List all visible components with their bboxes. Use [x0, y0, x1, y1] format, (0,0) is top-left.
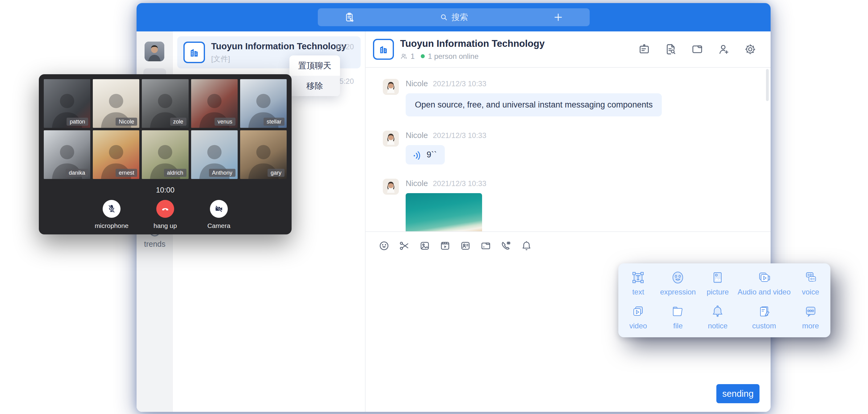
participant-tile[interactable]: gary — [240, 130, 287, 179]
participant-tile[interactable]: venus — [191, 79, 238, 128]
contact-card-icon[interactable] — [460, 240, 471, 251]
notice-bell-icon — [711, 304, 725, 319]
participant-tile[interactable]: Nicole — [93, 79, 139, 128]
participant-tile[interactable]: ernest — [93, 130, 139, 179]
camera-label: Camera — [208, 222, 230, 229]
feature-label: more — [802, 322, 819, 330]
participant-tile[interactable]: stellar — [240, 79, 287, 128]
call-controls: microphone hang up — [44, 200, 287, 229]
add-button[interactable] — [553, 12, 563, 22]
video-clip-icon[interactable] — [439, 240, 451, 251]
conversation-name: Tuoyun Information Technology — [211, 41, 346, 52]
online-dot — [421, 54, 425, 58]
feature-audio-video[interactable]: Audio and video — [738, 270, 790, 296]
notification-bell-icon[interactable] — [521, 240, 532, 251]
message-image: Nicole 2021/12/3 10:33 — [383, 179, 771, 231]
feature-label: video — [629, 322, 647, 330]
participant-tile[interactable]: zole — [142, 79, 188, 128]
feature-voice[interactable]: voice — [790, 270, 830, 296]
feature-file[interactable]: file — [658, 304, 698, 330]
search-input[interactable]: 搜索 — [440, 12, 468, 23]
message-voice: Nicole 2021/12/3 10:33 9`` — [383, 131, 771, 164]
sender-avatar[interactable] — [383, 131, 399, 147]
text-frame-icon — [631, 270, 645, 285]
chat-group-avatar — [373, 39, 394, 60]
message-time: 2021/12/3 10:33 — [433, 131, 487, 140]
audio-video-icon — [757, 270, 771, 285]
feature-label: voice — [802, 288, 819, 296]
file-folder-icon[interactable] — [480, 240, 491, 251]
online-text: 1 person online — [428, 52, 478, 61]
participant-tile[interactable]: patton — [44, 79, 90, 128]
participant-name: ernest — [116, 169, 137, 177]
participant-tile[interactable]: aldrich — [142, 130, 188, 179]
folder-icon[interactable] — [691, 43, 704, 56]
participant-name: gary — [268, 169, 284, 177]
search-icon — [440, 13, 448, 21]
feature-label: notice — [708, 322, 727, 330]
feature-video[interactable]: video — [618, 304, 658, 330]
text-bubble[interactable]: Open source, free, and universal instant… — [406, 93, 662, 117]
my-avatar[interactable] — [145, 41, 164, 61]
feature-notice[interactable]: notice — [698, 304, 738, 330]
voice-bubble[interactable]: 9`` — [406, 145, 445, 164]
image-message-beach[interactable] — [406, 193, 482, 231]
voice-bubbles-icon — [804, 270, 818, 285]
camera-button[interactable] — [210, 200, 228, 218]
participant-name: aldrich — [164, 169, 186, 177]
emoji-icon[interactable] — [378, 240, 390, 251]
chat-header: Tuoyun Information Technology 1 1 person… — [366, 31, 771, 68]
member-count: 1 — [410, 52, 414, 61]
voice-wave-icon — [412, 150, 422, 160]
feature-expression[interactable]: expression — [658, 270, 698, 296]
video-call-panel: patton Nicole zole venus stellar danika … — [39, 74, 291, 234]
chat-history-search-icon[interactable] — [664, 43, 677, 56]
mic-off-icon — [107, 204, 116, 214]
scrollbar-thumb[interactable] — [766, 69, 769, 101]
voice-duration: 9`` — [427, 150, 437, 160]
search-pill: 搜索 — [318, 8, 590, 26]
search-placeholder: 搜索 — [452, 12, 468, 23]
call-timer: 10:00 — [44, 186, 287, 194]
feature-picture[interactable]: picture — [698, 270, 738, 296]
feature-text[interactable]: text — [618, 270, 658, 296]
feature-more[interactable]: more — [790, 304, 830, 330]
menu-item-pin-chat[interactable]: 置顶聊天 — [289, 56, 340, 76]
video-play-icon — [631, 304, 645, 319]
top-bar: 搜索 — [136, 3, 771, 31]
trends-label: trends — [136, 240, 173, 249]
sender-name: Nicole — [406, 131, 428, 140]
sender-avatar[interactable] — [383, 79, 399, 95]
feature-custom[interactable]: custom — [738, 304, 790, 330]
picture-icon — [711, 270, 725, 285]
add-member-icon[interactable] — [718, 43, 730, 56]
group-avatar — [183, 41, 205, 63]
video-call-icon[interactable] — [501, 240, 512, 251]
message-list[interactable]: Nicole 2021/12/3 10:33 Open source, free… — [366, 68, 771, 231]
hang-up-label: hang up — [154, 222, 177, 229]
camera-off-icon — [214, 204, 223, 214]
microphone-button[interactable] — [103, 200, 121, 218]
sender-name: Nicole — [406, 179, 428, 188]
send-button[interactable]: sending — [716, 384, 760, 403]
contacts-call-icon[interactable] — [344, 12, 355, 23]
participant-grid: patton Nicole zole venus stellar danika … — [44, 79, 287, 179]
sender-avatar[interactable] — [383, 179, 399, 195]
feature-label: custom — [752, 322, 776, 330]
feature-label: expression — [660, 288, 696, 296]
menu-item-remove[interactable]: 移除 — [289, 76, 340, 96]
feature-label: file — [673, 322, 683, 330]
hang-up-button[interactable] — [156, 200, 174, 218]
participant-name: zole — [170, 118, 186, 126]
feature-popup: text expression picture — [618, 263, 830, 337]
screenshot-scissors-icon[interactable] — [399, 240, 410, 251]
participant-tile[interactable]: danika — [44, 130, 90, 179]
participant-tile[interactable]: Anthony — [191, 130, 238, 179]
building-icon — [378, 44, 389, 55]
chat-panel: Tuoyun Information Technology 1 1 person… — [366, 31, 771, 412]
message-text: Nicole 2021/12/3 10:33 Open source, free… — [383, 79, 771, 117]
conversation-context-menu: 置顶聊天 移除 — [289, 56, 340, 96]
settings-gear-icon[interactable] — [744, 43, 756, 56]
image-icon[interactable] — [419, 240, 430, 251]
announcement-board-icon[interactable] — [638, 43, 650, 56]
